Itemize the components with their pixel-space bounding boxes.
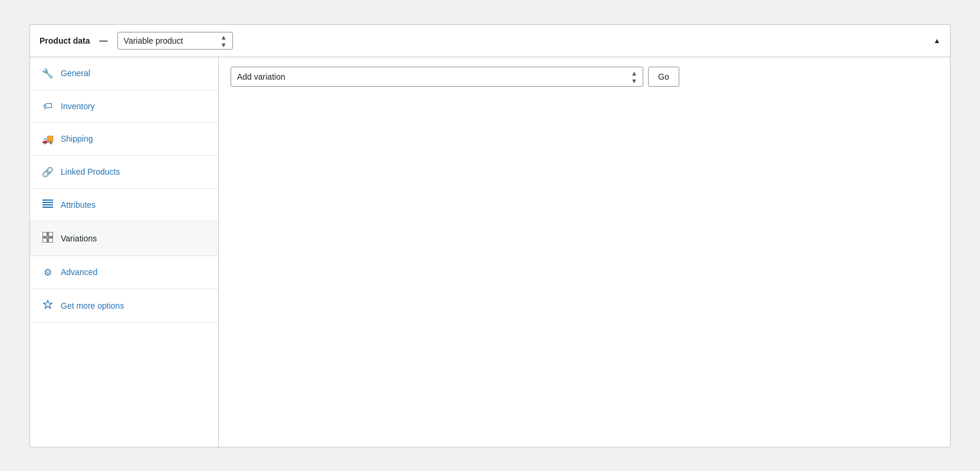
sidebar-item-advanced[interactable]: ⚙ Advanced (30, 256, 218, 289)
svg-rect-5 (48, 232, 53, 237)
gear-icon: ⚙ (42, 267, 54, 278)
tag-icon: 🏷 (42, 101, 54, 112)
svg-rect-2 (42, 204, 53, 205)
wrench-icon: 🔧 (42, 68, 54, 79)
sidebar-item-label: General (61, 68, 90, 78)
list-icon (42, 199, 54, 210)
sidebar-item-attributes[interactable]: Attributes (30, 189, 218, 221)
grid-icon (42, 232, 54, 245)
svg-rect-7 (48, 238, 53, 243)
variation-controls: Add variation Add all variations Remove … (231, 67, 938, 87)
sidebar-item-shipping[interactable]: 🚚 Shipping (30, 123, 218, 156)
truck-icon: 🚚 (42, 133, 54, 145)
main-content: Add variation Add all variations Remove … (219, 57, 950, 447)
sidebar-item-get-more-options[interactable]: Get more options (30, 289, 218, 323)
sidebar-item-label: Attributes (61, 200, 96, 210)
sidebar-item-label: Get more options (61, 301, 124, 310)
panel-title-dash: — (100, 36, 108, 45)
sidebar-item-linked-products[interactable]: 🔗 Linked Products (30, 156, 218, 189)
product-data-panel: Product data — Simple product Variable p… (29, 24, 951, 447)
go-button[interactable]: Go (648, 67, 679, 87)
product-type-select[interactable]: Simple product Variable product Grouped … (117, 32, 233, 50)
sidebar-item-label: Inventory (61, 102, 95, 111)
svg-rect-0 (42, 199, 53, 201)
sidebar-item-variations[interactable]: Variations (30, 221, 218, 256)
sidebar: 🔧 General 🏷 Inventory 🚚 Shipping 🔗 Linke… (30, 57, 219, 447)
panel-body: 🔧 General 🏷 Inventory 🚚 Shipping 🔗 Linke… (30, 57, 950, 447)
collapse-arrow[interactable]: ▲ (933, 37, 940, 45)
sidebar-item-label: Advanced (61, 267, 97, 277)
link-icon: 🔗 (42, 166, 54, 178)
svg-rect-3 (42, 207, 53, 208)
variation-action-select[interactable]: Add variation Add all variations Remove … (231, 67, 643, 87)
plugin-icon (42, 300, 54, 312)
sidebar-item-label: Shipping (61, 134, 93, 143)
panel-title: Product data (40, 36, 90, 45)
svg-rect-6 (42, 238, 47, 243)
sidebar-item-label: Variations (61, 234, 97, 243)
svg-rect-1 (42, 202, 53, 203)
product-type-select-wrapper: Simple product Variable product Grouped … (117, 32, 233, 50)
panel-header: Product data — Simple product Variable p… (30, 25, 950, 57)
sidebar-item-general[interactable]: 🔧 General (30, 57, 218, 90)
variation-select-wrapper: Add variation Add all variations Remove … (231, 67, 643, 87)
svg-rect-4 (42, 232, 47, 237)
sidebar-item-inventory[interactable]: 🏷 Inventory (30, 90, 218, 123)
sidebar-item-label: Linked Products (61, 167, 120, 176)
